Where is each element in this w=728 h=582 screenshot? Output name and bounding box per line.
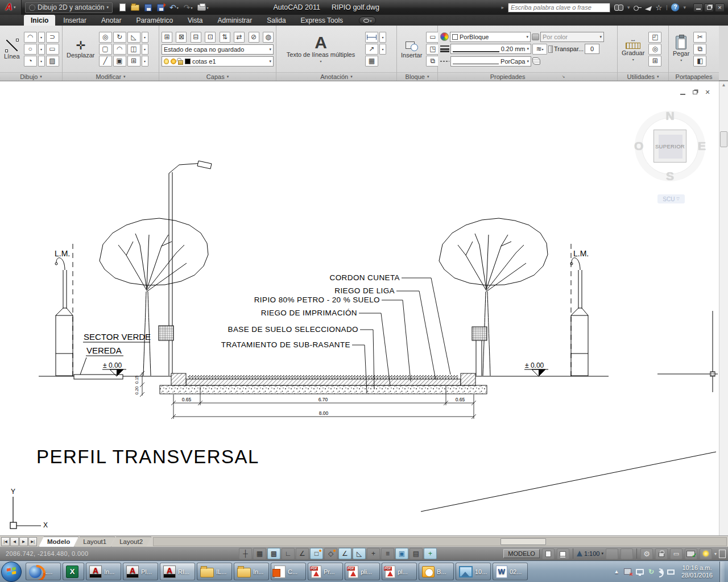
taskbar-firefox[interactable]: L... <box>26 563 61 580</box>
taskbar-pdf-3[interactable]: PDFpl... <box>382 563 417 580</box>
plot-notification-button[interactable] <box>685 548 697 559</box>
quick-select-button[interactable]: ◰ <box>648 32 661 43</box>
taskbar-folder-1[interactable]: IL... <box>197 563 232 580</box>
table-button[interactable]: ▦ <box>365 56 378 66</box>
erase-button[interactable]: ╱ <box>99 56 112 66</box>
tab-layout1[interactable]: Layout1 <box>75 537 115 547</box>
hatch-button[interactable]: ▨ <box>46 56 59 66</box>
trim-dropdown[interactable]: ▾ <box>142 32 148 43</box>
save-as-button[interactable] <box>156 2 166 13</box>
move-button[interactable]: ✛ Desplazar <box>65 28 97 69</box>
transparency-value[interactable]: 0 <box>585 44 599 54</box>
taskbar-autocad-1[interactable]: AIn... <box>86 563 121 580</box>
layer-state-dropdown[interactable]: Estado de capa no guardado▾ <box>162 44 274 55</box>
osnap3d-toggle[interactable]: ◇ <box>324 548 337 559</box>
first-layout-button[interactable]: |◀ <box>1 537 10 546</box>
mirror-button[interactable]: ◫ <box>127 44 140 55</box>
drawing-status-button[interactable] <box>700 548 712 559</box>
fillet-dropdown[interactable]: ▾ <box>142 44 148 55</box>
panel-footer-capas[interactable]: Capas▾ <box>159 72 276 81</box>
prev-layout-button[interactable]: ◀ <box>10 537 19 546</box>
network-icon[interactable] <box>636 569 644 575</box>
transparency-label[interactable]: Transpar... <box>554 45 584 52</box>
color-wheel-icon[interactable] <box>440 32 449 41</box>
clean-screen-button[interactable] <box>719 550 726 558</box>
lineweight-dropdown[interactable]: 0.20 mm▾ <box>450 44 531 54</box>
network-monitor-icon[interactable] <box>667 569 675 575</box>
point-select-button[interactable]: ◎ <box>648 44 661 55</box>
backup-error-icon[interactable] <box>624 568 631 575</box>
doc-restore-button[interactable] <box>690 89 700 96</box>
close-button[interactable]: × <box>715 3 725 12</box>
ortho-toggle[interactable]: ∟ <box>282 548 295 559</box>
circle-dropdown[interactable]: ▾ <box>38 44 45 55</box>
open-button[interactable] <box>130 2 140 13</box>
linetype-icon[interactable] <box>440 59 449 64</box>
show-hidden-icons[interactable]: ▲ <box>614 568 619 575</box>
tab-modelo[interactable]: Modelo <box>39 537 78 547</box>
selection-cycling-toggle[interactable]: ▤ <box>410 548 423 559</box>
tab-express-tools[interactable]: Express Tools <box>294 15 350 26</box>
annotation-visibility-button[interactable] <box>606 548 618 559</box>
status-menu-arrow[interactable]: ▾ <box>714 551 717 556</box>
search-icon[interactable] <box>614 5 623 11</box>
fillet-button[interactable]: ◠ <box>113 44 126 55</box>
copy-clip-button[interactable]: ⧉ <box>693 44 706 55</box>
object-color-dropdown[interactable]: PorBloque▾ <box>450 32 531 42</box>
restore-button[interactable] <box>704 3 714 12</box>
viewcube-south[interactable]: S <box>666 169 674 183</box>
grid-display-toggle[interactable]: ▩ <box>267 548 280 559</box>
taskbar-autocad-3[interactable]: ARI... <box>160 563 195 580</box>
quick-properties-toggle[interactable]: ▣ <box>395 548 408 559</box>
drawing-canvas[interactable]: L.M. L.M. <box>0 81 719 536</box>
edit-block-button[interactable]: ◳ <box>426 44 439 55</box>
dimension-dropdown[interactable]: ▾ <box>379 32 386 43</box>
snap-toggle[interactable]: ┼ <box>239 548 252 559</box>
insert-block-button[interactable]: Insertar <box>399 28 424 69</box>
model-space-button[interactable]: MODELO <box>503 549 540 558</box>
infocenter-toggle-icon[interactable]: ▸ <box>501 5 504 10</box>
paste-button[interactable]: Pegar ▾ <box>671 28 691 69</box>
panel-footer-portapapeles[interactable]: Portapapeles <box>669 72 719 81</box>
chevron-down-icon[interactable]: ▾ <box>683 5 686 10</box>
viewcube-top-face[interactable]: SUPERIOR <box>653 130 686 163</box>
plot-style-dropdown[interactable]: Por color▾ <box>540 32 604 42</box>
viewcube-west[interactable]: O <box>634 139 643 153</box>
model-view-button[interactable] <box>542 548 555 559</box>
array-button[interactable]: ⊞ <box>127 56 140 66</box>
lineweight-icon[interactable] <box>440 45 449 52</box>
leader-dropdown[interactable]: ▾ <box>379 44 386 55</box>
volume-icon[interactable] <box>659 569 663 575</box>
doc-minimize-button[interactable] <box>678 89 687 96</box>
favorites-star-icon[interactable]: ☆ <box>655 3 662 12</box>
rotate-button[interactable]: ↻ <box>113 32 126 43</box>
array-dropdown[interactable]: ▾ <box>142 56 148 66</box>
layer-transparency-button[interactable]: ≋▾ <box>532 44 547 55</box>
copy-button[interactable]: ◎ <box>99 32 112 43</box>
rectangle-button[interactable]: ▭ <box>46 44 59 55</box>
layer-isolate-button[interactable]: ⊠ <box>176 32 187 43</box>
undo-button[interactable]: ↶▾ <box>168 2 180 13</box>
panel-footer-bloque[interactable]: Bloque▾ <box>397 72 437 81</box>
vertical-scrollbar[interactable]: ▲ <box>719 81 728 536</box>
layer-prev-button[interactable]: ⇄ <box>234 32 245 43</box>
workspace-dropdown[interactable]: Dibujo 2D y anotación▾ <box>25 2 113 13</box>
horizontal-scrollbar[interactable] <box>153 537 727 546</box>
plot-button[interactable]: ▾ <box>196 2 209 13</box>
explode-button[interactable]: ▣ <box>113 56 126 66</box>
show-desktop-button[interactable] <box>719 562 725 582</box>
chevron-down-icon[interactable]: ▾ <box>627 5 630 10</box>
workspace-switch-button[interactable]: ⚙ <box>640 548 653 559</box>
layer-freeze-button[interactable]: ⊟ <box>191 32 201 43</box>
polyline-button[interactable]: ⊃ <box>46 32 59 43</box>
otrack-toggle[interactable]: ∠ <box>338 548 351 559</box>
grid-toggle[interactable]: ▦ <box>253 548 266 559</box>
taskbar-image-viewer[interactable]: 10... <box>456 563 491 580</box>
redo-button[interactable]: ↷▾ <box>183 2 194 13</box>
annotation-monitor-toggle[interactable]: + <box>424 548 437 559</box>
taskbar-word[interactable]: W02... <box>493 563 528 580</box>
save-button[interactable] <box>143 2 153 13</box>
tab-vista[interactable]: Vista <box>181 15 209 26</box>
tab-insertar[interactable]: Insertar <box>56 15 93 26</box>
taskbar-pdf-2[interactable]: PDFpli... <box>345 563 380 580</box>
